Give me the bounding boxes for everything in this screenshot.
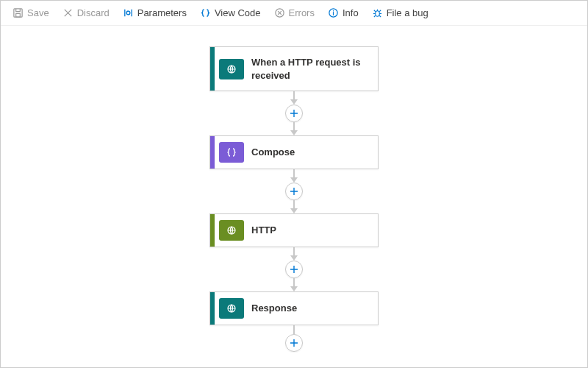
arrow-down-icon [290, 208, 298, 213]
svg-rect-1 [16, 13, 21, 17]
view-code-label: View Code [215, 7, 261, 18]
errors-icon [274, 7, 285, 18]
view-code-button[interactable]: View Code [194, 4, 267, 21]
svg-point-5 [375, 11, 379, 17]
node-accent-bar [210, 292, 215, 325]
bug-icon [372, 7, 383, 18]
node-accent-bar [210, 136, 215, 169]
arrow-down-icon [290, 130, 298, 135]
discard-button[interactable]: Discard [57, 4, 115, 21]
toolbar: Save Discard Parameters View Code Errors… [1, 1, 587, 26]
save-label: Save [27, 7, 49, 18]
parameters-button[interactable]: Parameters [117, 4, 193, 21]
connector [285, 247, 303, 291]
node-label: When a HTTP request is received [244, 47, 378, 91]
add-step-button[interactable] [285, 334, 303, 352]
node-accent-bar [210, 214, 215, 247]
connector-line [293, 325, 295, 334]
info-button[interactable]: Info [322, 4, 365, 21]
add-step-button[interactable] [285, 183, 303, 200]
add-step-button[interactable] [285, 261, 303, 278]
info-icon [328, 7, 339, 18]
file-bug-label: File a bug [387, 7, 429, 18]
connector [285, 325, 303, 352]
workflow-node-compose[interactable]: Compose [209, 135, 379, 169]
response-icon [219, 298, 244, 319]
code-icon [200, 7, 211, 18]
connector [285, 169, 303, 213]
compose-icon [219, 142, 244, 163]
errors-button[interactable]: Errors [268, 4, 320, 21]
discard-label: Discard [77, 7, 110, 18]
node-accent-bar [210, 47, 215, 91]
workflow-node-trigger[interactable]: When a HTTP request is received [209, 46, 379, 91]
http-icon [219, 220, 244, 241]
errors-label: Errors [289, 7, 315, 18]
node-label: Response [244, 292, 304, 325]
arrow-down-icon [290, 177, 298, 183]
http-request-icon [219, 59, 244, 79]
add-step-button[interactable] [285, 105, 303, 122]
arrow-down-icon [290, 286, 298, 291]
discard-icon [62, 7, 74, 18]
parameters-icon [123, 7, 134, 18]
workflow-canvas: When a HTTP request is received Compose … [1, 26, 587, 367]
arrow-down-icon [290, 99, 298, 105]
connector [285, 91, 303, 135]
arrow-down-icon [290, 255, 298, 261]
info-label: Info [343, 7, 359, 18]
node-label: Compose [244, 136, 302, 169]
workflow-node-response[interactable]: Response [209, 291, 379, 325]
save-icon [12, 7, 24, 18]
save-button[interactable]: Save [7, 4, 55, 21]
parameters-label: Parameters [137, 7, 187, 18]
file-bug-button[interactable]: File a bug [366, 4, 434, 21]
workflow-node-http[interactable]: HTTP [209, 213, 379, 247]
node-label: HTTP [244, 214, 284, 247]
svg-rect-0 [14, 9, 22, 17]
